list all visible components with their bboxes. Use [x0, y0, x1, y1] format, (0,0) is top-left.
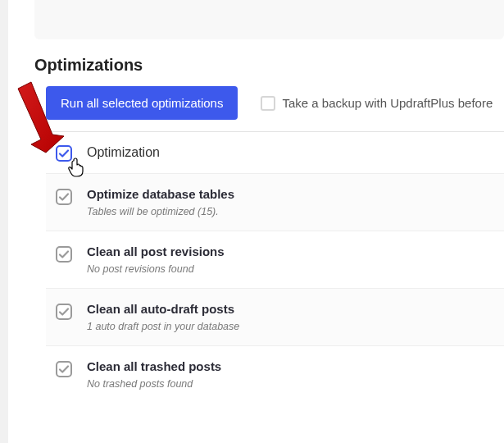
row-checkbox[interactable] — [56, 246, 72, 263]
actions-row: Run all selected optimizations Take a ba… — [46, 86, 504, 120]
optimizations-table: Optimization Optimize database tables Ta… — [46, 131, 504, 403]
section-title: Optimizations — [34, 56, 504, 75]
row-title[interactable]: Clean all auto-draft posts — [87, 302, 504, 316]
select-all-checkbox[interactable] — [56, 145, 72, 162]
backup-checkbox-wrap[interactable]: Take a backup with UpdraftPlus before — [261, 96, 493, 111]
svg-rect-2 — [57, 247, 71, 262]
row-title[interactable]: Clean all post revisions — [87, 244, 504, 258]
svg-rect-0 — [57, 146, 71, 161]
backup-checkbox[interactable] — [261, 96, 275, 111]
table-row: Clean all trashed posts No trashed posts… — [46, 345, 504, 403]
row-subtext: Tables will be optimized (15). — [87, 206, 504, 217]
run-all-button[interactable]: Run all selected optimizations — [46, 86, 238, 120]
svg-rect-4 — [57, 362, 71, 377]
row-checkbox[interactable] — [56, 189, 72, 205]
row-subtext: 1 auto draft post in your database — [87, 321, 504, 332]
svg-rect-3 — [57, 304, 71, 319]
row-title[interactable]: Optimize database tables — [87, 187, 504, 201]
top-panel-placeholder — [34, 0, 504, 39]
backup-label: Take a backup with UpdraftPlus before — [282, 96, 493, 110]
table-header-row: Optimization — [46, 132, 504, 173]
table-header-label: Optimization — [87, 145, 160, 160]
table-row: Clean all post revisions No post revisio… — [46, 231, 504, 288]
svg-rect-1 — [57, 190, 71, 204]
left-gutter — [0, 0, 8, 443]
table-row: Clean all auto-draft posts 1 auto draft … — [46, 288, 504, 345]
row-checkbox[interactable] — [56, 304, 72, 320]
row-subtext: No post revisions found — [87, 263, 504, 275]
table-row: Optimize database tables Tables will be … — [46, 173, 504, 231]
row-title[interactable]: Clean all trashed posts — [87, 359, 504, 373]
row-checkbox[interactable] — [56, 361, 72, 377]
row-subtext: No trashed posts found — [87, 378, 504, 390]
